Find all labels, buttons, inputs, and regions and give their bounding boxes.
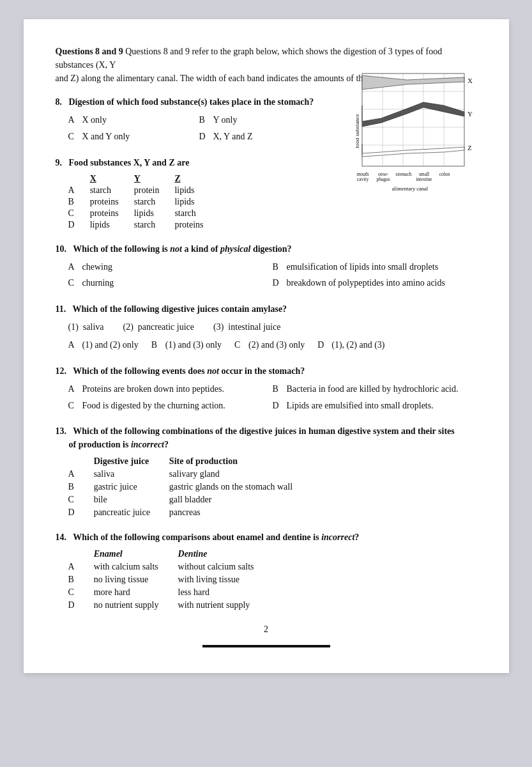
q13-b-juice: gastric juice — [94, 481, 169, 493]
q10-header: 10. Which of the following is not a kind… — [56, 242, 477, 256]
q14-table: Enamel Dentine A with calcium salts with… — [68, 548, 273, 612]
q10-c-letter: C — [68, 275, 79, 291]
q13-row-d[interactable]: D pancreatic juice pancreas — [68, 506, 312, 519]
q12-text: Which of the following events does not o… — [73, 366, 305, 376]
svg-text:stomach: stomach — [395, 171, 411, 177]
q9-a-x: starch — [90, 185, 134, 196]
q14-row-a[interactable]: A with calcium salts without calcium sal… — [68, 561, 273, 573]
q9-row-b[interactable]: B proteins starch lipids — [68, 196, 219, 208]
page-number: 2 — [56, 624, 477, 635]
q8-option-d[interactable]: D X, Y and Z — [199, 129, 330, 144]
q13-c-juice: bile — [94, 493, 169, 506]
q14-col-blank — [68, 548, 94, 561]
q14-a-enamel: with calcium salts — [94, 561, 178, 573]
q13-b-site: gastric glands on the stomach wall — [169, 481, 312, 493]
q13-a-site: salivary gland — [169, 468, 312, 481]
q13-row-c[interactable]: C bile gall bladder — [68, 493, 312, 506]
q14-c-letter: C — [68, 586, 94, 599]
q13-a-letter: A — [68, 468, 94, 481]
q9-text: Food substances X, Y and Z are — [69, 158, 190, 167]
q12-option-b[interactable]: B Bacteria in food are killed by hydroch… — [273, 382, 477, 397]
q11-b-letter: B — [151, 337, 162, 353]
q9-b-letter: B — [68, 196, 90, 208]
q10-a-letter: A — [68, 260, 79, 275]
q13-d-juice: pancreatic juice — [94, 506, 169, 519]
q11-option-c[interactable]: C (2) and (3) only — [234, 337, 305, 353]
q14-row-c[interactable]: C more hard less hard — [68, 586, 273, 599]
q11-options: A (1) and (2) only B (1) and (3) only C … — [68, 337, 477, 353]
q8-d-letter: D — [199, 129, 209, 144]
q9-col-x: X — [90, 173, 134, 185]
q13-text2: of production is incorrect? — [69, 440, 169, 449]
q11-option-d[interactable]: D (1), (2) and (3) — [317, 337, 384, 353]
q8-c-text: X and Y only — [82, 129, 130, 144]
q9-row-a[interactable]: A starch protein lipids — [68, 185, 219, 196]
q13-col2: Site of production — [169, 455, 312, 468]
q9-d-z: proteins — [174, 219, 218, 231]
q12-options: A Proteins are broken down into peptides… — [68, 382, 477, 414]
q10-option-a[interactable]: A chewing — [68, 260, 273, 275]
page-wrapper: X Y Z food substance mouth cavity oeso- … — [24, 19, 509, 673]
svg-text:cavity: cavity — [356, 176, 369, 182]
q10-b-text: emulsification of lipids into small drop… — [287, 260, 439, 275]
q10-rows: A chewing B emulsification of lipids int… — [68, 260, 477, 291]
q12-a-letter: A — [68, 382, 79, 397]
q8-b-text: Y only — [213, 112, 238, 128]
q8-text: Digestion of which food substance(s) tak… — [69, 97, 314, 107]
q9-row-c[interactable]: C proteins lipids starch — [68, 208, 219, 219]
q9-a-z: lipids — [174, 185, 218, 196]
q11-sub-3: (3) intestinal juice — [213, 320, 280, 335]
q12-header: 12. Which of the following events does n… — [56, 364, 477, 378]
q9-c-x: proteins — [90, 208, 134, 219]
q9-col-y: Y — [134, 173, 175, 185]
q9-d-x: lipids — [90, 219, 134, 231]
question-13: 13. Which of the following combinations … — [56, 424, 477, 519]
q9-header: 9. Food substances X, Y and Z are — [56, 156, 330, 169]
q10-text: Which of the following is not a kind of … — [73, 244, 291, 254]
q14-row-b[interactable]: B no living tissue with living tissue — [68, 573, 273, 586]
question-11: 11. Which of the following digestive jui… — [56, 302, 477, 353]
q8-c-letter: C — [68, 129, 79, 144]
q14-b-enamel: no living tissue — [94, 573, 178, 586]
q9-col-z: Z — [174, 173, 218, 185]
q13-row-a[interactable]: A saliva salivary gland — [68, 468, 312, 481]
q12-option-c[interactable]: C Food is digested by the churning actio… — [68, 398, 273, 414]
q14-a-dentine: without calcium salts — [178, 561, 273, 573]
q8-options: A X only B Y only C X and Y only D X, Y … — [68, 112, 330, 144]
q9-d-letter: D — [68, 219, 90, 231]
q12-b-text: Bacteria in food are killed by hydrochlo… — [287, 382, 459, 397]
q14-d-enamel: no nutrient supply — [94, 599, 178, 612]
q9-number: 9. — [56, 158, 63, 167]
q8-option-b[interactable]: B Y only — [199, 112, 330, 128]
q11-option-b[interactable]: B (1) and (3) only — [151, 337, 222, 353]
q13-row-b[interactable]: B gastric juice gastric glands on the st… — [68, 481, 312, 493]
q9-c-z: starch — [174, 208, 218, 219]
svg-text:food substance: food substance — [356, 114, 360, 148]
q14-row-d[interactable]: D no nutrient supply with nutrient suppl… — [68, 599, 273, 612]
q10-option-d[interactable]: D breakdown of polypeptides into amino a… — [273, 275, 477, 291]
q11-c-letter: C — [234, 337, 245, 353]
q12-c-text: Food is digested by the churning action. — [82, 398, 225, 414]
q8-option-c[interactable]: C X and Y only — [68, 129, 199, 144]
q9-row-d[interactable]: D lipids starch proteins — [68, 219, 219, 231]
q12-option-a[interactable]: A Proteins are broken down into peptides… — [68, 382, 273, 397]
q8-b-letter: B — [199, 112, 209, 128]
q10-d-text: breakdown of polypeptides into amino aci… — [287, 275, 445, 291]
q11-option-a[interactable]: A (1) and (2) only — [68, 337, 139, 353]
q12-option-d[interactable]: D Lipids are emulsified into small dropl… — [273, 398, 477, 414]
q9-a-y: protein — [134, 185, 175, 196]
q13-d-letter: D — [68, 506, 94, 519]
q13-c-site: gall bladder — [169, 493, 312, 506]
q10-c-text: churning — [82, 275, 114, 291]
q10-number: 10. — [56, 244, 67, 254]
q10-d-letter: D — [273, 275, 283, 291]
q10-option-c[interactable]: C churning — [68, 275, 273, 291]
svg-text:intestine: intestine — [416, 176, 432, 182]
q8-option-a[interactable]: A X only — [68, 112, 199, 128]
q12-d-letter: D — [273, 398, 283, 414]
q14-col2: Dentine — [178, 548, 273, 561]
q13-text: Which of the following combinations of t… — [73, 426, 454, 436]
q11-sub-1: (1) saliva — [68, 320, 104, 335]
q10-option-b[interactable]: B emulsification of lipids into small dr… — [273, 260, 477, 275]
q9-b-y: starch — [134, 196, 175, 208]
